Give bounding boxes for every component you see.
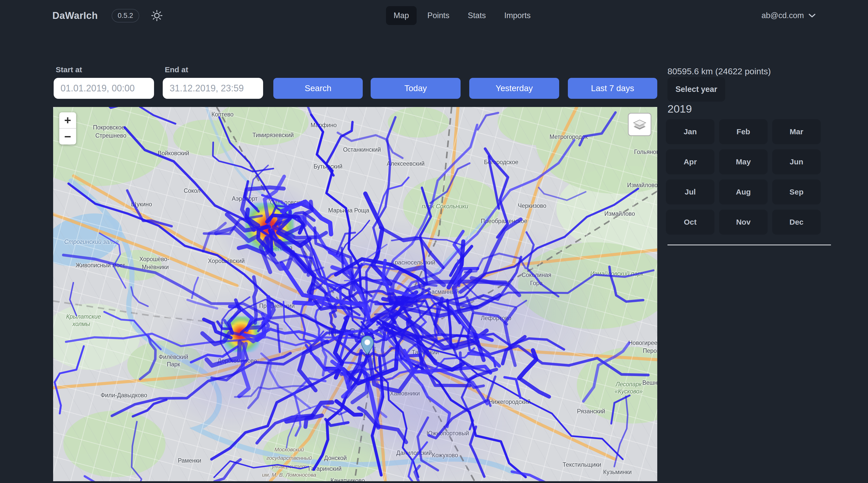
map-place-label: Лесопарк xyxy=(616,381,642,388)
map-place-label: Нижегородский xyxy=(489,398,531,406)
month-grid: Jan Feb Mar Apr May Jun Jul Aug Sep Oct … xyxy=(666,119,821,235)
map-place-label: Мнёвники xyxy=(142,264,168,270)
sun-icon xyxy=(151,10,163,22)
map-place-label: Московский xyxy=(274,447,304,453)
map-place-label: Сокол xyxy=(184,187,200,194)
tab-imports[interactable]: Imports xyxy=(497,6,538,25)
map-place-label: Донской xyxy=(324,455,347,461)
last-7-days-button[interactable]: Last 7 days xyxy=(568,78,657,99)
search-button[interactable]: Search xyxy=(273,78,363,99)
city-label: МОСКВА xyxy=(328,326,385,338)
month-button-jun[interactable]: Jun xyxy=(772,149,821,174)
tab-stats[interactable]: Stats xyxy=(460,6,494,25)
distance-stats: 80595.6 km (24622 points) xyxy=(668,66,771,76)
month-button-may[interactable]: May xyxy=(719,149,768,174)
main-nav: Map Points Stats Imports xyxy=(386,6,538,25)
map-place-label: Раменки xyxy=(178,457,201,464)
month-button-nov[interactable]: Nov xyxy=(719,210,768,235)
map-place-label: Аэропорт xyxy=(232,195,257,202)
map-place-label: Живописный мост xyxy=(75,262,125,269)
map-place-label: Кожухово xyxy=(432,452,458,459)
map-place-label: Войковский xyxy=(158,150,189,157)
app-logo[interactable]: DaWarIch xyxy=(52,10,98,21)
map-place-label: холмы xyxy=(72,321,90,327)
map-place-label: Марфино xyxy=(311,122,337,129)
map-place-label: Вешняки xyxy=(643,379,657,386)
map-place-label: Красносельский xyxy=(391,259,435,266)
map-place-label: Рязанский xyxy=(577,408,605,415)
sidebar-divider xyxy=(668,245,831,245)
select-year-button[interactable]: Select year xyxy=(668,77,725,102)
version-badge: 0.5.2 xyxy=(112,9,139,23)
map-zoom-control: + − xyxy=(59,112,76,144)
map-place-label: Покровское- xyxy=(93,124,127,131)
year-heading: 2019 xyxy=(668,103,692,115)
layers-icon xyxy=(631,117,648,133)
map-place-label: Тимирязевский xyxy=(252,132,294,139)
map-layers-control[interactable] xyxy=(628,113,651,136)
user-menu[interactable]: ab@cd.com xyxy=(762,11,816,20)
yesterday-button[interactable]: Yesterday xyxy=(469,78,559,99)
map-canvas[interactable]: КоптевоПокровское-СтрешневоТимирязевский… xyxy=(53,107,657,481)
map-place-label: государственный xyxy=(267,455,312,461)
today-button[interactable]: Today xyxy=(371,78,461,99)
user-email: ab@cd.com xyxy=(762,11,804,20)
map-place-label: Хорошёвский xyxy=(208,258,245,264)
header: DaWarIch 0.5.2 Map Points Stats Imports … xyxy=(0,0,868,31)
month-button-jul[interactable]: Jul xyxy=(666,180,714,204)
map-place-label: Таганский xyxy=(412,349,439,356)
map-place-label: Дорогомилово xyxy=(218,357,257,364)
map-place-label: Новогиреево xyxy=(628,340,657,347)
map-place-label: им. М. В. Ломоносова xyxy=(262,472,316,478)
map-place-label: Хамовники xyxy=(390,390,420,397)
theme-toggle-button[interactable] xyxy=(151,10,163,22)
month-button-jan[interactable]: Jan xyxy=(666,119,714,144)
map-place-label: Метрогородок xyxy=(550,133,588,140)
tab-points[interactable]: Points xyxy=(420,6,457,25)
map-place-label: Останкинский xyxy=(343,146,381,153)
map-place-label: Черкизово xyxy=(518,202,547,210)
map-place-label: Соколиная xyxy=(522,271,551,279)
map-place-label: Кузьминки xyxy=(603,469,632,476)
map-place-label: Богородское xyxy=(484,159,518,166)
map-place-label: Текстильщики xyxy=(563,461,601,468)
map-place-label: Парк xyxy=(167,361,180,368)
start-at-input[interactable] xyxy=(54,78,154,99)
zoom-out-button[interactable]: − xyxy=(59,129,76,144)
location-marker-pin[interactable] xyxy=(360,335,374,356)
map-place-label: Фили-Давыдково xyxy=(101,392,147,399)
map-place-label: Гольяново xyxy=(634,149,657,156)
map-place-label: Бутырский xyxy=(313,163,342,170)
month-button-oct[interactable]: Oct xyxy=(666,210,714,235)
map-place-label: Измайловский парк xyxy=(590,270,644,277)
map-place-label: Измайлово xyxy=(604,211,635,217)
end-at-input[interactable] xyxy=(163,78,263,99)
start-at-label: Start at xyxy=(56,65,82,74)
map-place-label: Марьина Роща xyxy=(328,207,369,214)
map-place-label: Измайлово xyxy=(627,182,657,189)
month-button-aug[interactable]: Aug xyxy=(719,180,768,204)
month-button-feb[interactable]: Feb xyxy=(719,119,768,144)
map-place-label: Беговой xyxy=(271,245,292,252)
map-place-label: парк Сокольники xyxy=(422,203,468,210)
map-place-label: Канатчиково xyxy=(331,477,365,481)
map-labels-layer: КоптевоПокровское-СтрешневоТимирязевский… xyxy=(53,107,657,481)
app-root: { "colors": { "accent": "#5279e8", "page… xyxy=(0,0,868,483)
zoom-in-button[interactable]: + xyxy=(59,112,76,128)
month-button-sep[interactable]: Sep xyxy=(772,180,821,204)
brand-group: DaWarIch 0.5.2 xyxy=(52,9,163,23)
map-place-label: Филёвский xyxy=(159,354,188,360)
map-place-label: Лефортово xyxy=(481,315,512,322)
map-place-label: Стрешнево xyxy=(95,132,126,139)
tab-map[interactable]: Map xyxy=(386,6,416,25)
map-place-label: Пресненский xyxy=(259,302,294,310)
map-place-label: Перово xyxy=(643,348,657,354)
map-place-label: Преображенское xyxy=(481,218,527,225)
map-place-label: Щукино xyxy=(131,201,152,208)
map-place-label: Хорошёво- xyxy=(139,256,169,263)
month-button-dec[interactable]: Dec xyxy=(772,210,821,235)
month-button-mar[interactable]: Mar xyxy=(772,119,821,144)
map-place-label: университет xyxy=(272,463,307,470)
map-place-label: Гагаринский xyxy=(308,465,342,472)
month-button-apr[interactable]: Apr xyxy=(666,149,714,174)
